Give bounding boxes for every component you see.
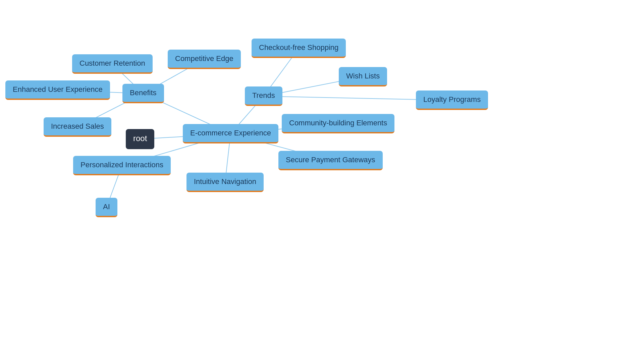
- node-personalized-interactions[interactable]: Personalized Interactions: [73, 156, 171, 175]
- node-ecommerce[interactable]: E-commerce Experience: [183, 124, 278, 143]
- node-intuitive-nav-label: Intuitive Navigation: [194, 177, 256, 186]
- node-wish-lists-label: Wish Lists: [346, 72, 380, 80]
- node-benefits-label: Benefits: [130, 88, 157, 97]
- node-competitive-edge-label: Competitive Edge: [175, 54, 233, 63]
- node-ecommerce-label: E-commerce Experience: [190, 129, 271, 137]
- node-wish-lists[interactable]: Wish Lists: [339, 67, 387, 86]
- node-enhanced-ux-label: Enhanced User Experience: [13, 85, 103, 94]
- node-secure-payment[interactable]: Secure Payment Gateways: [278, 151, 383, 170]
- node-community-building-label: Community-building Elements: [289, 119, 387, 127]
- node-root-label: root: [133, 134, 147, 143]
- node-customer-retention[interactable]: Customer Retention: [72, 54, 153, 74]
- node-enhanced-ux[interactable]: Enhanced User Experience: [5, 80, 110, 100]
- node-customer-retention-label: Customer Retention: [79, 59, 145, 68]
- node-benefits[interactable]: Benefits: [122, 84, 164, 103]
- node-increased-sales[interactable]: Increased Sales: [44, 117, 111, 137]
- node-competitive-edge[interactable]: Competitive Edge: [168, 50, 241, 69]
- mind-map: root E-commerce Experience Benefits Tren…: [0, 0, 644, 362]
- node-ai[interactable]: AI: [96, 198, 117, 217]
- node-loyalty-programs[interactable]: Loyalty Programs: [416, 90, 488, 110]
- node-intuitive-nav[interactable]: Intuitive Navigation: [186, 173, 264, 192]
- node-personalized-interactions-label: Personalized Interactions: [80, 161, 163, 169]
- node-community-building[interactable]: Community-building Elements: [282, 114, 394, 133]
- node-trends[interactable]: Trends: [245, 86, 282, 106]
- node-checkout-free[interactable]: Checkout-free Shopping: [252, 39, 346, 58]
- node-loyalty-programs-label: Loyalty Programs: [423, 95, 481, 104]
- node-checkout-free-label: Checkout-free Shopping: [259, 43, 338, 52]
- node-trends-label: Trends: [252, 91, 275, 100]
- node-secure-payment-label: Secure Payment Gateways: [286, 156, 375, 164]
- node-root[interactable]: root: [126, 129, 154, 149]
- node-increased-sales-label: Increased Sales: [51, 122, 104, 131]
- node-ai-label: AI: [103, 202, 110, 211]
